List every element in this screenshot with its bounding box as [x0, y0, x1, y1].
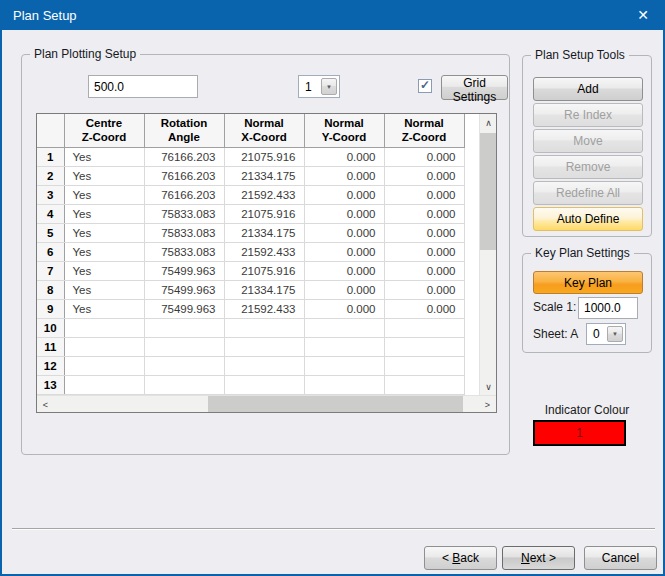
table-cell[interactable]: 0.000 [304, 147, 384, 166]
table-cell[interactable]: 0.000 [304, 299, 384, 318]
sheet-size-combo[interactable]: 1 ▼ [298, 75, 340, 98]
table-cell[interactable]: 75833.083 [144, 223, 224, 242]
table-cell[interactable] [304, 337, 384, 356]
chevron-down-icon[interactable]: ▼ [607, 326, 623, 342]
table-cell[interactable] [64, 318, 144, 337]
table-cell[interactable] [224, 337, 304, 356]
table-cell[interactable]: 0.000 [384, 242, 464, 261]
scale-input[interactable] [88, 75, 198, 98]
table-cell[interactable]: 0.000 [384, 185, 464, 204]
table-cell[interactable]: Yes [64, 185, 144, 204]
key-plan-scale-input[interactable] [578, 297, 638, 319]
chevron-down-icon[interactable]: ▼ [321, 78, 337, 95]
table-cell[interactable] [144, 356, 224, 375]
scroll-right-icon[interactable]: > [479, 396, 496, 413]
tool-button-auto-define[interactable]: Auto Define [533, 207, 643, 231]
table-cell[interactable] [384, 318, 464, 337]
table-cell[interactable]: Yes [64, 280, 144, 299]
next-button[interactable]: Next > [502, 546, 575, 570]
corner-header-cell[interactable] [37, 114, 64, 147]
row-header[interactable]: 6 [37, 242, 64, 261]
column-header-3[interactable]: NormalY-Coord [304, 114, 384, 147]
table-cell[interactable] [304, 356, 384, 375]
indicator-colour-box[interactable]: 1 [533, 420, 626, 446]
close-icon[interactable]: ✕ [621, 0, 665, 30]
table-cell[interactable]: Yes [64, 147, 144, 166]
table-cell[interactable] [224, 356, 304, 375]
table-cell[interactable]: 75833.083 [144, 204, 224, 223]
tool-button-add[interactable]: Add [533, 77, 643, 101]
table-cell[interactable] [64, 337, 144, 356]
table-cell[interactable]: 75833.083 [144, 242, 224, 261]
table-cell[interactable]: Yes [64, 166, 144, 185]
row-header[interactable]: 2 [37, 166, 64, 185]
table-cell[interactable]: 21075.916 [224, 261, 304, 280]
table-cell[interactable]: 0.000 [384, 223, 464, 242]
table-cell[interactable] [64, 356, 144, 375]
row-header[interactable]: 3 [37, 185, 64, 204]
table-cell[interactable] [64, 375, 144, 394]
table-cell[interactable]: 21334.175 [224, 280, 304, 299]
column-header-2[interactable]: NormalX-Coord [224, 114, 304, 147]
row-header[interactable]: 12 [37, 356, 64, 375]
table-cell[interactable]: 21075.916 [224, 147, 304, 166]
table-cell[interactable]: 21334.175 [224, 166, 304, 185]
table-cell[interactable] [224, 318, 304, 337]
key-plan-button[interactable]: Key Plan [533, 271, 643, 294]
table-cell[interactable] [144, 318, 224, 337]
row-header[interactable]: 13 [37, 375, 64, 394]
table-cell[interactable]: Yes [64, 204, 144, 223]
scroll-up-icon[interactable]: ∧ [480, 114, 497, 131]
table-cell[interactable] [144, 375, 224, 394]
show-grids-checkbox[interactable]: ✓ [418, 79, 432, 93]
table-cell[interactable]: 0.000 [304, 223, 384, 242]
table-cell[interactable]: 0.000 [384, 261, 464, 280]
column-header-1[interactable]: RotationAngle [144, 114, 224, 147]
scroll-down-icon[interactable]: ∨ [480, 378, 497, 395]
table-cell[interactable]: 75499.963 [144, 299, 224, 318]
table-cell[interactable]: Yes [64, 299, 144, 318]
table-cell[interactable]: 21592.433 [224, 185, 304, 204]
table-cell[interactable]: Yes [64, 223, 144, 242]
table-cell[interactable] [304, 318, 384, 337]
table-cell[interactable]: 0.000 [384, 204, 464, 223]
table-cell[interactable] [384, 356, 464, 375]
table-cell[interactable]: 0.000 [304, 242, 384, 261]
table-cell[interactable]: 21592.433 [224, 242, 304, 261]
key-plan-sheet-combo[interactable]: 0 ▼ [586, 323, 626, 345]
table-cell[interactable]: 21075.916 [224, 204, 304, 223]
row-header[interactable]: 1 [37, 147, 64, 166]
row-header[interactable]: 10 [37, 318, 64, 337]
vertical-scrollbar[interactable]: ∧ ∨ [479, 114, 496, 395]
table-cell[interactable]: 21592.433 [224, 299, 304, 318]
table-cell[interactable]: 0.000 [384, 280, 464, 299]
row-header[interactable]: 5 [37, 223, 64, 242]
table-cell[interactable] [384, 375, 464, 394]
vertical-scrollbar-thumb[interactable] [480, 133, 497, 250]
horizontal-scrollbar-thumb[interactable] [208, 396, 463, 413]
table-cell[interactable]: 0.000 [384, 166, 464, 185]
table-cell[interactable]: 76166.203 [144, 147, 224, 166]
table-cell[interactable]: 0.000 [304, 166, 384, 185]
column-header-0[interactable]: CentreZ-Coord [64, 114, 144, 147]
back-button[interactable]: < Back [424, 546, 497, 570]
cancel-button[interactable]: Cancel [584, 546, 657, 570]
table-cell[interactable]: 75499.963 [144, 280, 224, 299]
table-cell[interactable]: Yes [64, 261, 144, 280]
table-cell[interactable]: 0.000 [304, 280, 384, 299]
table-cell[interactable]: 0.000 [304, 204, 384, 223]
scroll-left-icon[interactable]: < [37, 396, 54, 413]
table-cell[interactable]: Yes [64, 242, 144, 261]
row-header[interactable]: 9 [37, 299, 64, 318]
table-cell[interactable]: 76166.203 [144, 166, 224, 185]
table-cell[interactable]: 75499.963 [144, 261, 224, 280]
table-cell[interactable] [384, 337, 464, 356]
grid-settings-button[interactable]: Grid Settings [441, 75, 508, 100]
table-cell[interactable]: 0.000 [384, 147, 464, 166]
table-cell[interactable] [144, 337, 224, 356]
row-header[interactable]: 7 [37, 261, 64, 280]
table-cell[interactable]: 0.000 [304, 185, 384, 204]
column-header-4[interactable]: NormalZ-Coord [384, 114, 464, 147]
table-cell[interactable]: 76166.203 [144, 185, 224, 204]
row-header[interactable]: 11 [37, 337, 64, 356]
